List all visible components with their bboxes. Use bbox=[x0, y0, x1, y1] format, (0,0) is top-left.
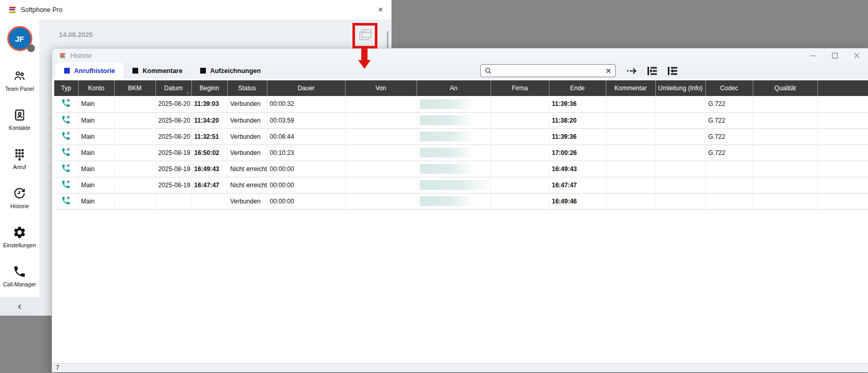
cell-codec bbox=[705, 161, 753, 177]
cell-kommentar bbox=[606, 128, 655, 145]
cell-beginn: 16:47:47 bbox=[191, 177, 227, 193]
column-header-an[interactable]: An bbox=[417, 80, 491, 96]
avatar[interactable]: JF bbox=[7, 26, 32, 51]
search-input[interactable] bbox=[495, 67, 603, 75]
cell-firma bbox=[491, 193, 549, 209]
indent-right-icon[interactable] bbox=[646, 65, 658, 77]
column-header-dauer[interactable]: Dauer bbox=[267, 80, 345, 96]
tab-aufzeichnungen[interactable]: Aufzeichnungen bbox=[191, 63, 270, 79]
tab-anrufhistorie[interactable]: Anrufhistorie bbox=[55, 63, 124, 79]
column-header-qualitaet[interactable]: Qualität bbox=[753, 80, 817, 96]
cell-bkm bbox=[114, 161, 155, 177]
cell-qualitaet bbox=[753, 193, 817, 209]
sidebar-collapse-button[interactable] bbox=[0, 297, 39, 316]
cell-von bbox=[345, 145, 417, 161]
column-header-firma[interactable]: Firma bbox=[491, 80, 549, 96]
tab-kommentare[interactable]: Kommentare bbox=[124, 63, 191, 79]
table-row[interactable]: Main2025-08-2011:34:20Verbunden00:03:591… bbox=[54, 112, 868, 128]
cell-firma bbox=[491, 112, 549, 128]
cell-typ bbox=[54, 112, 78, 128]
cell-bkm bbox=[114, 177, 155, 193]
sidebar-item-label: Einstellungen bbox=[3, 242, 36, 248]
column-header-typ[interactable]: Typ bbox=[54, 80, 78, 96]
sidebar-item-anruf[interactable]: Anruf bbox=[13, 147, 27, 170]
column-header-status[interactable]: Status bbox=[227, 80, 267, 96]
table-row[interactable]: Main2025-08-1916:49:43Nicht erreicht00:0… bbox=[54, 161, 868, 177]
outgoing-call-icon bbox=[61, 163, 71, 173]
cell-konto: Main bbox=[78, 193, 114, 209]
column-header-von[interactable]: Von bbox=[345, 80, 417, 96]
cell-codec: G.722 bbox=[705, 96, 753, 112]
sidebar-item-label: Historie bbox=[10, 203, 29, 209]
call-history-table: TypKontoBKMDatum↓BeginnStatusDauerVonAnF… bbox=[54, 80, 868, 210]
cell-qualitaet bbox=[753, 177, 817, 193]
cell-dauer: 00:00:00 bbox=[267, 193, 345, 209]
table-row[interactable]: Main2025-08-2011:39:03Verbunden00:00:321… bbox=[54, 96, 868, 112]
cell-typ bbox=[54, 161, 78, 177]
cell-filler bbox=[817, 96, 868, 112]
cell-konto: Main bbox=[78, 177, 114, 193]
cell-status: Verbunden bbox=[227, 145, 267, 161]
panel-icon[interactable] bbox=[357, 28, 374, 43]
cell-von bbox=[345, 193, 417, 209]
table-row[interactable]: Main2025-08-2011:32:51Verbunden00:06:441… bbox=[54, 128, 868, 145]
outgoing-call-icon bbox=[61, 98, 71, 108]
sidebar-item-label: Team Panel bbox=[5, 86, 34, 92]
column-header-bkm[interactable]: BKM bbox=[114, 80, 155, 96]
sidebar-item-call-manager[interactable]: Call-Manager bbox=[3, 264, 36, 287]
main-close-icon[interactable]: × bbox=[375, 4, 386, 16]
cell-an bbox=[417, 161, 491, 177]
tab-label: Anrufhistorie bbox=[74, 67, 115, 75]
table-row[interactable]: Main2025-08-1916:47:47Nicht erreicht00:0… bbox=[54, 177, 868, 193]
contacts-icon bbox=[13, 108, 27, 122]
sidebar-item-historie[interactable]: Historie bbox=[10, 186, 29, 209]
sidebar-item-team-panel[interactable]: Team Panel bbox=[5, 69, 34, 92]
table-row[interactable]: Main2025-08-1916:50:02Verbunden00:10:231… bbox=[54, 145, 868, 161]
column-header-kommentar[interactable]: Kommentar bbox=[606, 80, 655, 96]
cell-kommentar bbox=[606, 112, 655, 128]
cell-typ bbox=[54, 145, 78, 161]
cell-ende: 17:00:26 bbox=[549, 145, 606, 161]
cell-beginn: 11:34:20 bbox=[191, 112, 227, 128]
cell-von bbox=[345, 128, 417, 145]
close-icon[interactable] bbox=[852, 52, 861, 60]
sidebar-item-kontakte[interactable]: Kontakte bbox=[9, 108, 30, 131]
column-header-codec[interactable]: Codec bbox=[705, 80, 753, 96]
table-row[interactable]: MainVerbunden00:00:0016:49:46 bbox=[54, 193, 868, 209]
minimize-icon[interactable] bbox=[809, 52, 817, 60]
cell-konto: Main bbox=[78, 161, 114, 177]
redacted-number bbox=[420, 148, 474, 158]
cell-filler bbox=[817, 177, 868, 193]
chevron-left-icon bbox=[16, 303, 24, 311]
sidebar-item-einstellungen[interactable]: Einstellungen bbox=[3, 225, 36, 248]
cell-status: Verbunden bbox=[227, 96, 267, 112]
cell-firma bbox=[491, 161, 549, 177]
cell-qualitaet bbox=[753, 112, 817, 128]
sidebar-nav: Team PanelKontakteAnrufHistorieEinstellu… bbox=[3, 69, 36, 304]
column-header-datum[interactable]: Datum↓ bbox=[155, 80, 191, 96]
column-header-beginn[interactable]: Beginn bbox=[191, 80, 227, 96]
cell-status: Nicht erreicht bbox=[227, 161, 267, 177]
indent-left-icon[interactable] bbox=[666, 65, 679, 77]
cell-beginn: 11:39:03 bbox=[191, 96, 227, 112]
cell-typ bbox=[54, 96, 78, 112]
column-header-ende[interactable]: Ende bbox=[549, 80, 606, 96]
historie-titlebar[interactable]: Historie bbox=[52, 49, 868, 63]
dialpad-icon bbox=[13, 147, 27, 161]
maximize-icon[interactable] bbox=[830, 52, 839, 60]
cell-beginn: 11:32:51 bbox=[191, 128, 227, 145]
cell-codec bbox=[705, 193, 753, 209]
sidebar-item-label: Kontakte bbox=[9, 125, 30, 131]
goto-arrow-icon[interactable] bbox=[626, 65, 638, 77]
cell-qualitaet bbox=[753, 161, 817, 177]
column-header-konto[interactable]: Konto bbox=[78, 80, 114, 96]
search-box[interactable]: ✕ bbox=[480, 64, 616, 77]
cell-qualitaet bbox=[753, 128, 817, 145]
cell-konto: Main bbox=[78, 128, 114, 145]
cell-an bbox=[417, 96, 491, 112]
redacted-number bbox=[420, 180, 491, 190]
cell-ende: 16:49:46 bbox=[549, 193, 606, 209]
column-header-umleitung[interactable]: Umleitung (Info) bbox=[655, 80, 705, 96]
search-clear-icon[interactable]: ✕ bbox=[605, 67, 612, 75]
cell-an bbox=[417, 177, 491, 193]
